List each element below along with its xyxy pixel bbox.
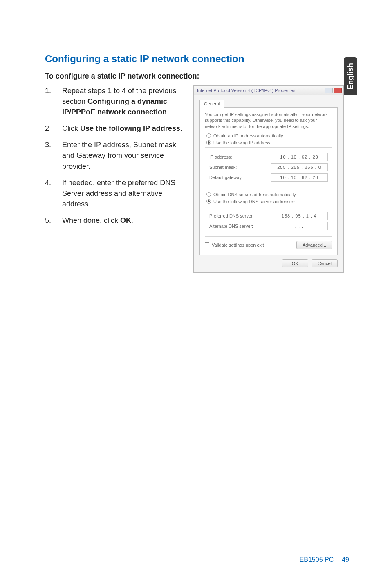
radio-icon — [206, 192, 211, 197]
advanced-button[interactable]: Advanced... — [296, 241, 332, 249]
radio-label: Obtain DNS server address automatically — [213, 192, 296, 197]
radio-use-ip[interactable]: Use the following IP address: — [206, 140, 332, 145]
step-number: 3. — [45, 139, 62, 171]
validate-checkbox[interactable]: Validate settings upon exit — [205, 242, 264, 247]
step-text: Repeat steps 1 to 4 of the previous sect… — [62, 85, 186, 117]
step-text: Enter the IP address, Subnet mask and Ga… — [62, 139, 186, 171]
language-tab: English — [344, 57, 357, 95]
step-number: 1. — [45, 85, 62, 117]
step-text: When done, click OK. — [62, 215, 186, 226]
step-text-pre: If needed, enter the preferred DNS Serve… — [62, 179, 175, 208]
list-item: 2 Click Use the following IP address. — [45, 123, 186, 134]
radio-icon — [206, 199, 211, 204]
ok-button[interactable]: OK — [282, 259, 308, 267]
footer-page-number: 49 — [342, 556, 349, 563]
radio-obtain-dns[interactable]: Obtain DNS server address automatically — [206, 192, 332, 197]
alternate-dns-field[interactable]: . . . — [271, 222, 328, 230]
dialog-title: Internet Protocol Version 4 (TCP/IPv4) P… — [197, 88, 295, 93]
radio-obtain-ip[interactable]: Obtain an IP address automatically — [206, 133, 332, 138]
step-text: Click Use the following IP address. — [62, 123, 186, 134]
step-text-post: . — [180, 124, 182, 132]
ip-address-field[interactable]: 10 . 10 . 62 . 20 — [271, 153, 328, 161]
step-text-post: . — [131, 216, 133, 224]
cancel-button[interactable]: Cancel — [312, 259, 338, 267]
radio-label: Obtain an IP address automatically — [213, 133, 283, 138]
step-number: 4. — [45, 177, 62, 209]
dialog-titlebar: Internet Protocol Version 4 (TCP/IPv4) P… — [194, 86, 343, 95]
step-number: 2 — [45, 123, 62, 134]
preferred-dns-field[interactable]: 158 . 95 . 1 . 4 — [271, 212, 328, 220]
footer-model: EB1505 PC — [300, 556, 334, 563]
list-item: 1. Repeat steps 1 to 4 of the previous s… — [45, 85, 186, 117]
page-footer: EB1505 PC 49 — [45, 552, 349, 563]
tab-general[interactable]: General — [199, 100, 224, 108]
step-text-pre: Enter the IP address, Subnet mask and Ga… — [62, 141, 176, 170]
default-gateway-label: Default gateway: — [209, 175, 271, 180]
ip-address-label: IP address: — [209, 155, 271, 159]
preferred-dns-label: Preferred DNS server: — [209, 213, 271, 218]
step-text-pre: When done, click — [62, 216, 120, 224]
step-text: If needed, enter the preferred DNS Serve… — [62, 177, 186, 209]
instruction-list: 1. Repeat steps 1 to 4 of the previous s… — [45, 85, 186, 231]
step-text-post: . — [167, 108, 169, 116]
list-item: 5. When done, click OK. — [45, 215, 186, 226]
list-item: 4. If needed, enter the preferred DNS Se… — [45, 177, 186, 209]
step-text-bold: Use the following IP address — [80, 124, 180, 132]
radio-icon — [206, 133, 211, 138]
dialog-description: You can get IP settings assigned automat… — [205, 112, 332, 129]
close-icon[interactable] — [334, 88, 342, 93]
radio-label: Use the following IP address: — [213, 140, 271, 145]
sub-title: To configure a static IP network connect… — [45, 72, 349, 81]
alternate-dns-label: Alternate DNS server: — [209, 224, 271, 229]
ip-fieldgroup: IP address: 10 . 10 . 62 . 20 Subnet mas… — [205, 147, 332, 188]
radio-label: Use the following DNS server addresses: — [213, 199, 296, 204]
checkbox-icon — [205, 242, 209, 247]
subnet-mask-field[interactable]: 255 . 255 . 255 . 0 — [271, 163, 328, 171]
step-number: 5. — [45, 215, 62, 226]
step-text-bold: OK — [120, 216, 131, 224]
help-icon[interactable] — [325, 88, 333, 93]
radio-use-dns[interactable]: Use the following DNS server addresses: — [206, 199, 332, 204]
step-text-pre: Click — [62, 124, 80, 132]
subnet-mask-label: Subnet mask: — [209, 165, 271, 170]
dialog-panel: You can get IP settings assigned automat… — [199, 107, 338, 255]
checkbox-label: Validate settings upon exit — [212, 242, 264, 247]
list-item: 3. Enter the IP address, Subnet mask and… — [45, 139, 186, 171]
ipv4-properties-dialog: Internet Protocol Version 4 (TCP/IPv4) P… — [193, 85, 344, 273]
radio-icon — [206, 140, 211, 145]
dns-fieldgroup: Preferred DNS server: 158 . 95 . 1 . 4 A… — [205, 206, 332, 237]
default-gateway-field[interactable]: 10 . 10 . 62 . 20 — [271, 173, 328, 182]
section-title: Configuring a static IP network connecti… — [45, 53, 349, 65]
